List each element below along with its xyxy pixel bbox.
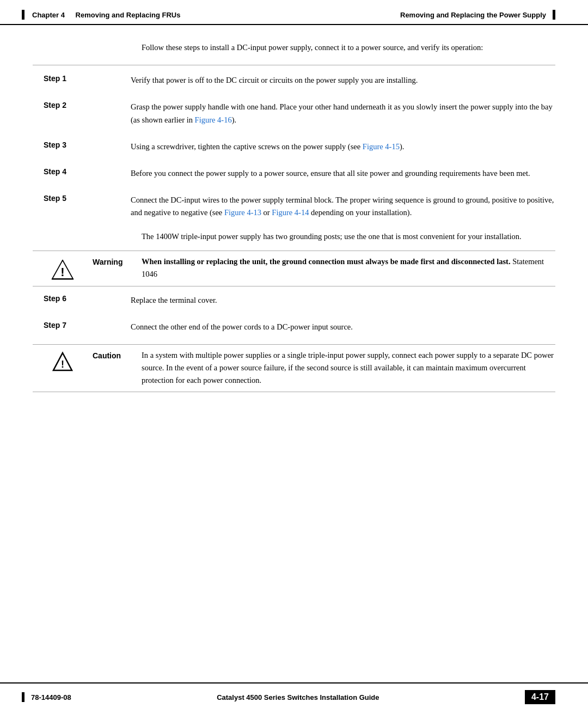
step-5-label: Step 5	[33, 194, 131, 203]
figure-4-13-link[interactable]: Figure 4-13	[224, 208, 261, 217]
figure-4-16-link[interactable]: Figure 4-16	[195, 115, 232, 124]
step-6-row: Step 6 Replace the terminal cover.	[33, 291, 555, 310]
warning-label: Warning	[93, 255, 142, 266]
svg-text:!: !	[61, 359, 64, 370]
section-title: Removing and Replacing the Power Supply	[400, 11, 546, 19]
divider-after-intro	[33, 65, 555, 65]
header-bar-left	[22, 10, 24, 20]
warning-block: ! Warning When installing or replacing t…	[33, 251, 555, 286]
caution-icon-col: !	[33, 349, 93, 372]
header-left: Chapter 4 Removing and Replacing FRUs	[22, 10, 180, 20]
page-footer: 78-14409-08 Catalyst 4500 Series Switche…	[0, 682, 588, 714]
step-3-content: Using a screwdriver, tighten the captive…	[131, 141, 555, 153]
step-7-row: Step 7 Connect the other end of the powe…	[33, 318, 555, 337]
step-3-label: Step 3	[33, 141, 131, 149]
step-7-content: Connect the other end of the power cords…	[131, 321, 555, 333]
footer-bar	[22, 692, 24, 702]
figure-4-15-link[interactable]: Figure 4-15	[363, 142, 400, 151]
caution-icon: !	[52, 351, 73, 372]
svg-text:!: !	[60, 265, 64, 279]
main-content: Follow these steps to install a DC-input…	[0, 25, 588, 451]
step-5-row: Step 5 Connect the DC-input wires to the…	[33, 191, 555, 222]
caution-label: Caution	[93, 349, 142, 360]
step-4-label: Step 4	[33, 167, 131, 176]
step-7-label: Step 7	[33, 321, 131, 329]
page-header: Chapter 4 Removing and Replacing FRUs Re…	[0, 0, 588, 25]
warning-content: When installing or replacing the unit, t…	[142, 255, 555, 280]
warning-icon: !	[51, 258, 75, 282]
extra-paragraph: The 1400W triple-input power supply has …	[142, 230, 555, 243]
page-number: 4-17	[525, 690, 555, 704]
intro-paragraph: Follow these steps to install a DC-input…	[142, 41, 555, 54]
step-6-content: Replace the terminal cover.	[131, 294, 555, 307]
caution-block: ! Caution In a system with multiple powe…	[33, 344, 555, 392]
step-2-row: Step 2 Grasp the power supply handle wit…	[33, 97, 555, 129]
footer-doc-number: 78-14409-08	[22, 692, 71, 702]
step-2-label: Step 2	[33, 101, 131, 109]
step-5-content: Connect the DC-input wires to the power …	[131, 194, 555, 219]
footer-guide-title: Catalyst 4500 Series Switches Installati…	[71, 693, 525, 701]
step-1-label: Step 1	[33, 74, 131, 83]
step-3-row: Step 3 Using a screwdriver, tighten the …	[33, 137, 555, 156]
page: Chapter 4 Removing and Replacing FRUs Re…	[0, 0, 588, 714]
step-4-content: Before you connect the power supply to a…	[131, 167, 555, 180]
step-4-row: Step 4 Before you connect the power supp…	[33, 164, 555, 183]
warning-icon-col: !	[33, 255, 93, 282]
chapter-title: Removing and Replacing FRUs	[76, 11, 181, 19]
step-1-row: Step 1 Verify that power is off to the D…	[33, 71, 555, 90]
step-2-content: Grasp the power supply handle with one h…	[131, 101, 555, 126]
header-bar-right	[553, 10, 555, 20]
chapter-label: Chapter 4	[32, 11, 65, 19]
figure-4-14-link[interactable]: Figure 4-14	[272, 208, 309, 217]
caution-content: In a system with multiple power supplies…	[142, 349, 555, 387]
header-right: Removing and Replacing the Power Supply	[400, 10, 555, 20]
step-1-content: Verify that power is off to the DC circu…	[131, 74, 555, 87]
step-6-label: Step 6	[33, 294, 131, 303]
